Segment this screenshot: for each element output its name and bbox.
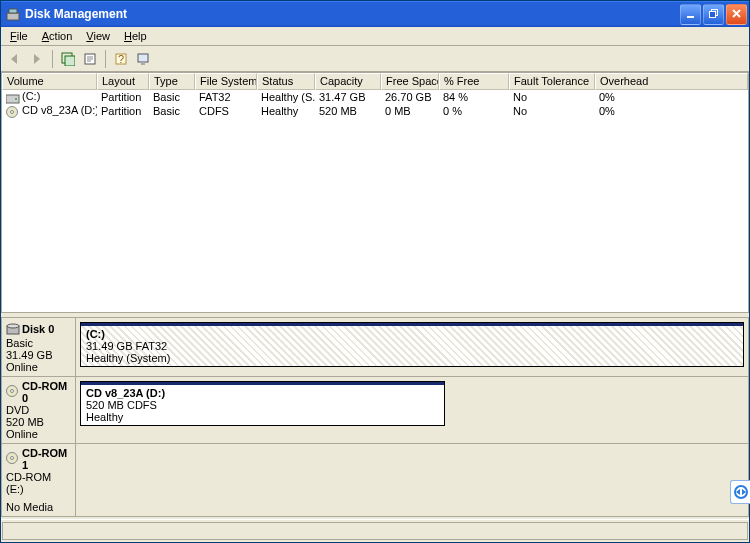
forward-button [27,49,47,69]
svg-rect-11 [141,62,145,65]
disk-size: 31.49 GB [6,349,71,361]
disk-label-panel: CD-ROM 1CD-ROM (E:)No Media [2,444,76,516]
cell-pct: 84 % [439,91,509,103]
window-title: Disk Management [25,7,678,21]
disk-kind: DVD [6,404,71,416]
disk-size: 520 MB [6,416,71,428]
svg-rect-6 [65,56,75,66]
col-fault[interactable]: Fault Tolerance [509,73,595,90]
cd-icon [6,385,20,399]
disk-row[interactable]: Disk 0Basic31.49 GBOnline(C:)31.49 GB FA… [2,318,748,377]
status-bar [1,519,749,542]
partition-label: CD v8_23A (D:) [86,387,165,399]
disk-state: No Media [6,501,71,513]
svg-point-21 [11,457,14,460]
toolbar: ? [1,46,749,72]
col-freespace[interactable]: Free Space [381,73,439,90]
disk-state: Online [6,428,71,440]
cell-free: 0 MB [381,105,439,117]
cell-free: 26.70 GB [381,91,439,103]
svg-text:?: ? [118,53,124,65]
disk-label-panel: Disk 0Basic31.49 GBOnline [2,318,76,376]
col-pctfree[interactable]: % Free [439,73,509,90]
cd-icon [6,452,20,466]
partition-label: (C:) [86,328,105,340]
cell-layout: Partition [97,91,149,103]
partition-size-fs: 520 MB CDFS [86,399,157,411]
svg-rect-1 [9,9,17,13]
menu-bar: File Action View Help [1,27,749,46]
volume-list-pane: Volume Layout Type File System Status Ca… [1,72,749,313]
disk-name: Disk 0 [22,323,54,335]
disk-icon [6,321,20,337]
svg-point-19 [11,390,14,393]
toolbar-separator [105,50,106,68]
cell-layout: Partition [97,105,149,117]
cell-fs: CDFS [195,105,257,117]
disk-row[interactable]: CD-ROM 0DVD520 MBOnlineCD v8_23A (D:)520… [2,377,748,444]
help-button[interactable]: ? [111,49,131,69]
disk-graph-area: CD v8_23A (D:)520 MB CDFSHealthy [76,377,748,443]
menu-file[interactable]: File [3,28,35,44]
cell-capacity: 520 MB [315,105,381,117]
partition-block[interactable]: (C:)31.49 GB FAT32Healthy (System) [80,322,744,367]
cd-icon [6,106,20,118]
cell-status: Healthy [257,105,315,117]
disk-label-panel: CD-ROM 0DVD520 MBOnline [2,377,76,443]
minimize-button[interactable] [680,4,701,25]
cell-type: Basic [149,105,195,117]
column-headers: Volume Layout Type File System Status Ca… [2,73,748,90]
svg-rect-10 [138,54,148,62]
refresh-button[interactable] [58,49,78,69]
col-overhead[interactable]: Overhead [595,73,748,90]
disk-row[interactable]: CD-ROM 1CD-ROM (E:)No Media [2,444,748,517]
volume-name: (C:) [22,90,40,102]
menu-view[interactable]: View [79,28,117,44]
partition-status: Healthy (System) [86,352,170,364]
col-capacity[interactable]: Capacity [315,73,381,90]
volume-row[interactable]: (C:)PartitionBasicFAT32Healthy (S...31.4… [2,90,748,104]
app-icon [5,6,21,22]
back-button [5,49,25,69]
disk-name: CD-ROM 0 [22,380,71,404]
svg-point-17 [7,324,19,328]
svg-rect-12 [6,95,19,103]
cell-fault: No [509,91,595,103]
volume-name: CD v8_23A (D:) [22,104,97,116]
disk-kind: Basic [6,337,71,349]
disk-graph-area [76,444,748,516]
svg-point-13 [15,98,17,100]
disk-graph-area: (C:)31.49 GB FAT32Healthy (System) [76,318,748,376]
settings-button[interactable] [133,49,153,69]
toolbar-separator [52,50,53,68]
col-status[interactable]: Status [257,73,315,90]
close-button[interactable] [726,4,747,25]
title-bar: Disk Management [1,1,749,27]
main-area: Volume Layout Type File System Status Ca… [1,72,749,519]
disk-state: Online [6,361,71,373]
properties-button[interactable] [80,49,100,69]
col-type[interactable]: Type [149,73,195,90]
drive-icon [6,92,20,104]
col-filesystem[interactable]: File System [195,73,257,90]
cell-overhead: 0% [595,105,748,117]
restore-button[interactable] [703,4,724,25]
disk-name: CD-ROM 1 [22,447,71,471]
menu-help[interactable]: Help [117,28,154,44]
svg-point-15 [11,110,14,113]
partition-size-fs: 31.49 GB FAT32 [86,340,167,352]
col-layout[interactable]: Layout [97,73,149,90]
teamviewer-widget[interactable] [730,480,750,504]
menu-action[interactable]: Action [35,28,80,44]
disk-kind: CD-ROM (E:) [6,471,71,495]
partition-block[interactable]: CD v8_23A (D:)520 MB CDFSHealthy [80,381,445,426]
cell-status: Healthy (S... [257,91,315,103]
col-volume[interactable]: Volume [2,73,97,90]
volume-row[interactable]: CD v8_23A (D:)PartitionBasicCDFSHealthy5… [2,104,748,118]
cell-fault: No [509,105,595,117]
svg-rect-4 [709,12,715,18]
cell-pct: 0 % [439,105,509,117]
cell-type: Basic [149,91,195,103]
svg-rect-2 [687,16,694,18]
disk-graphical-pane: Disk 0Basic31.49 GBOnline(C:)31.49 GB FA… [1,317,749,517]
